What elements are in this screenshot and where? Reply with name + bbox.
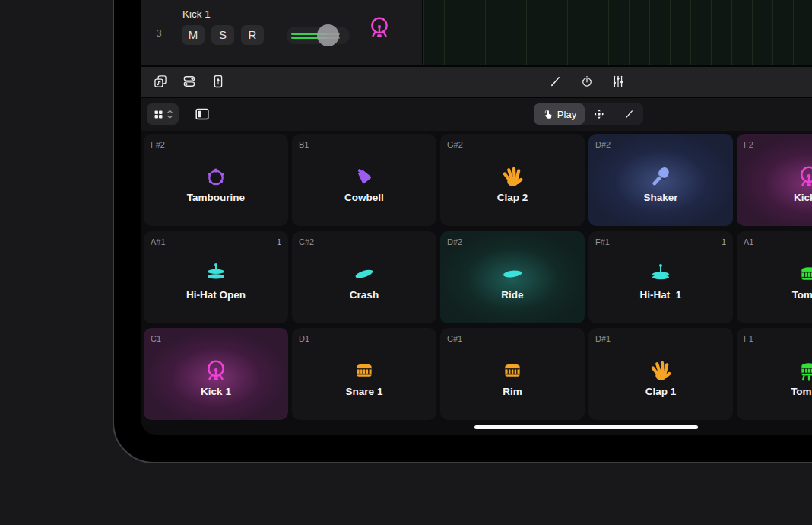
pad-note-label: G#2 (447, 140, 463, 149)
cowbell-icon (351, 164, 377, 189)
drum-pad-rim[interactable]: C#1Rim (440, 328, 585, 420)
drum-pad-kick-2[interactable]: F2Kick 2 (737, 134, 812, 226)
pad-label: Kick 2 (737, 192, 812, 203)
pad-label: Rim (440, 386, 585, 397)
drum-pad-hi-hat-open[interactable]: A#11Hi-Hat Open (144, 231, 288, 323)
hihat-closed-icon (648, 261, 674, 287)
pad-note-label: D#2 (595, 140, 611, 149)
tom-drum-icon (796, 261, 812, 287)
move-arrows-icon[interactable] (593, 108, 605, 120)
drum-pad-kick-1[interactable]: C1Kick 1 (144, 328, 288, 420)
drum-pad-shaker[interactable]: D#2Shaker (588, 134, 733, 226)
track-row-divider (155, 2, 422, 2)
drum-pad-cowbell[interactable]: B1Cowbell (292, 134, 436, 226)
drum-pad-clap-1[interactable]: D#1Clap 1 (588, 328, 733, 420)
cymbal-crash-icon (351, 261, 377, 287)
pad-label: Cowbell (292, 192, 436, 203)
pencil-icon[interactable] (548, 74, 563, 89)
timeline-grid[interactable] (422, 0, 812, 65)
pad-label: Clap 2 (440, 192, 585, 203)
mixer-icon[interactable] (611, 74, 626, 89)
view-bar: Play (141, 98, 812, 131)
pad-note-label: D#1 (595, 334, 611, 343)
hand-clap-icon (648, 358, 674, 383)
cymbal-ride-icon (500, 261, 525, 287)
pad-note-label: C#2 (299, 237, 314, 247)
pad-label: Clap 1 (588, 386, 733, 397)
chevron-up-down-icon (167, 108, 173, 121)
pad-label: Tambourine (144, 192, 288, 203)
pad-label: Tom Hi (737, 289, 812, 301)
loops-browser-icon[interactable] (153, 74, 168, 89)
play-mode-label: Play (557, 109, 576, 120)
pad-label: Hi-Hat Open (144, 289, 288, 301)
hihat-open-icon (203, 261, 229, 287)
pad-note-label: F1 (744, 334, 753, 343)
segment-divider (614, 107, 614, 121)
grid-view-icon (153, 109, 164, 120)
track-name: Kick 1 (182, 8, 211, 20)
pad-label: Ride (440, 289, 585, 301)
snare-drum-icon (500, 358, 525, 383)
fader-cell-icon[interactable] (211, 74, 226, 89)
layout-picker-button[interactable] (147, 103, 179, 125)
snare-drum-icon (351, 358, 377, 383)
tuner-icon[interactable] (579, 74, 595, 89)
pad-note-label: A1 (744, 237, 753, 247)
pad-note-label: D1 (299, 334, 309, 343)
pad-label: Shaker (588, 192, 733, 203)
pad-count-badge: 1 (722, 237, 726, 247)
drum-pad-crash[interactable]: C#2Crash (292, 231, 436, 323)
pad-note-label: D#2 (447, 237, 462, 247)
pad-note-label: C#1 (447, 334, 462, 343)
pad-label: Tom Lo (737, 386, 812, 397)
pad-note-label: F2 (744, 140, 753, 149)
track-header-row: 3 Kick 1 M S R (141, 0, 812, 65)
tom-floor-icon (796, 358, 812, 383)
pad-grid: F#2TambourineB1CowbellG#2Clap 2D#2Shaker… (141, 131, 812, 435)
pad-note-label: C1 (151, 334, 161, 343)
hand-clap-icon (500, 164, 525, 189)
track-number: 3 (141, 27, 176, 39)
pad-label: Crash (292, 289, 436, 301)
pad-label: Kick 1 (144, 386, 288, 397)
tambourine-icon (203, 164, 229, 189)
mute-button[interactable]: M (182, 25, 205, 45)
drum-pad-hi-hat-1[interactable]: F#11Hi-Hat 1 (588, 231, 733, 323)
pencil-icon[interactable] (623, 108, 636, 120)
sidebar-toggle-icon[interactable] (194, 106, 211, 123)
mode-segmented-control: Play (534, 103, 643, 125)
kick-drum-icon (203, 358, 229, 383)
hand-tap-icon (542, 109, 553, 120)
pad-label: Snare 1 (292, 386, 436, 397)
pad-note-label: B1 (299, 140, 309, 149)
play-mode-button[interactable]: Play (534, 103, 585, 125)
pad-note-label: F#2 (151, 140, 165, 149)
pad-note-label: F#1 (595, 237, 610, 247)
track-volume-slider[interactable] (287, 27, 350, 44)
pad-count-badge: 1 (277, 237, 281, 247)
drum-pad-tom-lo[interactable]: F1Tom Lo (737, 328, 812, 420)
app-screen: 3 Kick 1 M S R (141, 0, 812, 435)
pad-label: Hi-Hat 1 (588, 289, 733, 301)
drum-pad-tom-hi[interactable]: A1Tom Hi (737, 231, 812, 323)
control-bar (141, 67, 812, 97)
kick-drum-icon (796, 164, 812, 189)
drum-pad-snare-1[interactable]: D1Snare 1 (292, 328, 436, 420)
kick-drum-icon (366, 14, 392, 40)
drum-pad-clap-2[interactable]: G#2Clap 2 (440, 134, 585, 226)
drum-pad-tambourine[interactable]: F#2Tambourine (144, 134, 288, 226)
shaker-icon (648, 164, 674, 189)
smart-controls-icon[interactable] (182, 74, 197, 89)
horizontal-scrollbar[interactable] (474, 425, 698, 429)
volume-knob[interactable] (317, 24, 339, 46)
record-button[interactable]: R (241, 25, 264, 45)
drum-pad-ride[interactable]: D#2Ride (440, 231, 585, 323)
pad-note-label: A#1 (151, 237, 166, 247)
solo-button[interactable]: S (211, 25, 234, 45)
